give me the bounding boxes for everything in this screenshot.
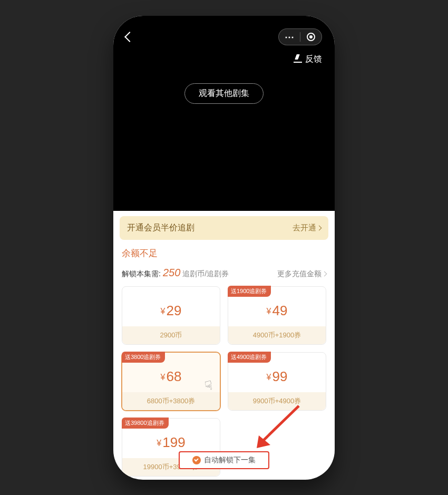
video-player-area: ⋯ 反馈 观看其他剧集 — [113, 16, 335, 211]
back-icon[interactable] — [124, 32, 135, 42]
tier-benefit: 4900币+1900券 — [228, 326, 326, 344]
miniprogram-capsule: ⋯ — [278, 28, 322, 45]
tier-price: ¥29 — [122, 298, 220, 326]
tier-benefit: 9900币+4900券 — [228, 392, 326, 410]
recharge-section: 余额不足 解锁本集需: 250 追剧币/追剧券 更多充值金额 ¥292900币送… — [113, 240, 335, 477]
member-banner-action: 去开通 — [293, 223, 321, 233]
recharge-tier[interactable]: 送1900追剧券¥494900币+1900券 — [228, 286, 326, 345]
feedback-button[interactable]: 反馈 — [294, 54, 322, 65]
recharge-tier[interactable]: 送4900追剧券¥999900币+4900券 — [228, 352, 326, 411]
tier-price: ¥99 — [228, 364, 326, 392]
feedback-label: 反馈 — [305, 54, 322, 65]
top-bar: ⋯ — [113, 28, 335, 45]
check-circle-icon — [192, 456, 201, 464]
member-banner[interactable]: 开通会员半价追剧 去开通 — [120, 216, 328, 240]
tier-badge: 送39800追剧券 — [122, 418, 169, 429]
recharge-tier[interactable]: ¥292900币 — [122, 286, 220, 345]
edit-icon — [294, 55, 302, 63]
recharge-tier-grid: ¥292900币送1900追剧券¥494900币+1900券送3800追剧券¥6… — [122, 286, 326, 477]
member-banner-text: 开通会员半价追剧 — [127, 222, 194, 234]
insufficient-balance-label: 余额不足 — [122, 247, 326, 259]
close-icon[interactable] — [300, 33, 322, 41]
auto-unlock-label: 自动解锁下一集 — [204, 455, 256, 465]
tier-benefit: 2900币 — [122, 326, 220, 344]
chevron-right-icon — [317, 225, 322, 230]
chevron-right-icon — [322, 271, 327, 277]
unlock-cost-row: 解锁本集需: 250 追剧币/追剧券 更多充值金额 — [122, 267, 326, 279]
more-topup-link[interactable]: 更多充值金额 — [277, 269, 326, 279]
unlock-prefix: 解锁本集需: — [122, 269, 161, 279]
recharge-tier[interactable]: 送3800追剧券¥686800币+3800券☟ — [122, 352, 220, 411]
phone-frame: ⋯ 反馈 观看其他剧集 开通会员半价追剧 去开通 余额不足 解锁本集需: 250… — [113, 16, 335, 480]
watch-other-button[interactable]: 观看其他剧集 — [184, 83, 264, 104]
tier-badge: 送3800追剧券 — [122, 352, 165, 363]
unlock-unit: 追剧币/追剧券 — [182, 269, 229, 279]
unlock-amount: 250 — [163, 267, 180, 279]
more-icon[interactable]: ⋯ — [279, 31, 300, 43]
watch-other-label: 观看其他剧集 — [199, 89, 249, 98]
tier-badge: 送4900追剧券 — [228, 352, 271, 363]
tier-price: ¥49 — [228, 298, 326, 326]
tier-badge: 送1900追剧券 — [228, 286, 271, 297]
auto-unlock-toggle[interactable]: 自动解锁下一集 — [179, 451, 269, 469]
tier-benefit: 6800币+3800券 — [122, 392, 220, 410]
